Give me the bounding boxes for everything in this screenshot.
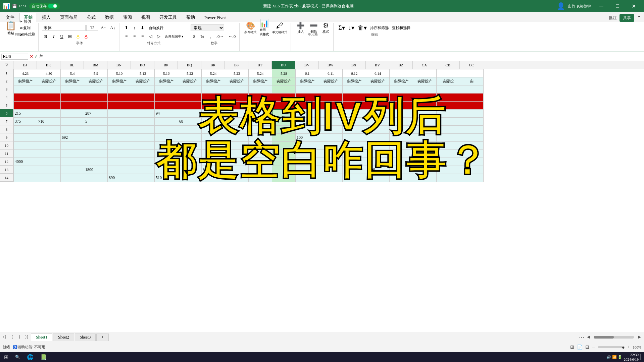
cell-BP14[interactable]: 510 bbox=[155, 174, 178, 182]
row-header-4[interactable]: 4 bbox=[0, 93, 13, 101]
close-button[interactable]: ✕ bbox=[626, 1, 641, 11]
cell-BL1[interactable]: 5.4 bbox=[61, 69, 84, 77]
zoom-increase-button[interactable]: + bbox=[627, 345, 630, 350]
quick-access-save[interactable]: 💾 bbox=[12, 4, 17, 9]
decrease-decimal-button[interactable]: ←.0 bbox=[227, 33, 238, 40]
cell-BM7[interactable]: 5 bbox=[84, 118, 108, 126]
col-header-BQ[interactable]: BQ bbox=[178, 61, 201, 69]
align-left-button[interactable]: ≡ bbox=[123, 33, 130, 40]
excel-taskbar-button[interactable]: 📗 bbox=[38, 353, 50, 361]
col-header-BY[interactable]: BY bbox=[366, 61, 389, 69]
sheet-nav-last[interactable]: ⟩⟩ bbox=[23, 334, 30, 341]
col-header-BS[interactable]: BS bbox=[225, 61, 248, 69]
cell-BM13[interactable]: 1800 bbox=[84, 166, 108, 174]
col-header-BV[interactable]: BV bbox=[295, 61, 319, 69]
indent-increase-button[interactable]: ▷ bbox=[155, 33, 162, 40]
cell-BJ6[interactable]: 215 bbox=[14, 110, 37, 118]
bold-button[interactable]: B bbox=[42, 33, 49, 40]
ribbon-collapse-button[interactable]: ⌃ bbox=[637, 15, 641, 21]
cell-BK7[interactable]: 710 bbox=[37, 118, 61, 126]
align-middle-button[interactable]: ↕ bbox=[131, 24, 138, 31]
cell-BP6[interactable]: 94 bbox=[155, 110, 178, 118]
cell-BV9[interactable]: 100 bbox=[296, 134, 319, 142]
sheet-tab-sheet3[interactable]: Sheet3 bbox=[75, 334, 96, 341]
sheet-options-button[interactable]: ⋯ bbox=[579, 334, 584, 340]
cell-CA2[interactable]: 实际投产 bbox=[413, 77, 437, 85]
tab-view[interactable]: 视图 bbox=[137, 13, 154, 22]
cell-BM2[interactable]: 实际投产 bbox=[84, 77, 108, 85]
row-header-14[interactable]: 14 bbox=[0, 174, 13, 182]
cell-BS1[interactable]: 5.23 bbox=[225, 69, 249, 77]
font-color-button[interactable]: A̲ bbox=[82, 33, 90, 40]
cell-BV1[interactable]: 6.1 bbox=[296, 69, 319, 77]
scroll-left-button[interactable]: ◀ bbox=[585, 334, 592, 341]
col-header-BN[interactable]: BN bbox=[107, 61, 131, 69]
formula-input[interactable] bbox=[44, 54, 643, 59]
tab-review[interactable]: 审阅 bbox=[119, 13, 136, 22]
start-button[interactable]: ⊞ bbox=[1, 353, 11, 361]
tab-data[interactable]: 数据 bbox=[101, 13, 118, 22]
cell-BU11[interactable] bbox=[272, 150, 296, 158]
cell-BR1[interactable]: 5.24 bbox=[202, 69, 225, 77]
cell-BU12[interactable] bbox=[272, 158, 296, 166]
sheet-nav-first[interactable]: ⟨⟨ bbox=[1, 334, 8, 341]
tab-developer[interactable]: 开发工具 bbox=[155, 13, 181, 22]
edge-button[interactable]: 🌐 bbox=[24, 353, 36, 361]
percent-button[interactable]: % bbox=[199, 33, 206, 40]
cell-BU6[interactable] bbox=[272, 110, 296, 118]
cell-CB1[interactable] bbox=[437, 69, 460, 77]
col-header-CA[interactable]: CA bbox=[413, 61, 436, 69]
cell-BQ1[interactable]: 5.22 bbox=[178, 69, 202, 77]
cell-BY6[interactable]: 157 bbox=[366, 110, 390, 118]
cell-BU1[interactable]: 5.28 bbox=[272, 69, 296, 77]
cell-BU10[interactable] bbox=[272, 142, 296, 150]
col-header-BU[interactable]: BU bbox=[272, 61, 295, 69]
tab-formulas[interactable]: 公式 bbox=[83, 13, 100, 22]
clock[interactable]: 22:30 2024/6/19 bbox=[624, 352, 639, 362]
cell-BQ7[interactable]: 68 bbox=[178, 118, 202, 126]
cell-BX1[interactable]: 6.12 bbox=[343, 69, 366, 77]
font-name-input[interactable] bbox=[42, 25, 86, 31]
cell-BT1[interactable]: 5.24 bbox=[249, 69, 272, 77]
row-header-10[interactable]: 10 bbox=[0, 141, 13, 149]
search-button[interactable]: 🔍 bbox=[12, 354, 23, 360]
row-header-9[interactable]: 9 bbox=[0, 133, 13, 141]
font-size-input[interactable] bbox=[86, 25, 98, 31]
fill-color-button[interactable]: A̲ bbox=[74, 33, 82, 40]
cell-BU4[interactable] bbox=[272, 94, 296, 102]
col-header-BZ[interactable]: BZ bbox=[389, 61, 413, 69]
underline-button[interactable]: U bbox=[58, 33, 65, 40]
cell-BK2[interactable]: 实际投产 bbox=[37, 77, 61, 85]
cell-BU3[interactable] bbox=[272, 85, 296, 94]
italic-button[interactable]: I bbox=[50, 33, 57, 40]
quick-access-redo[interactable]: ↪ bbox=[23, 4, 27, 9]
scroll-right-button[interactable]: ▶ bbox=[636, 334, 643, 341]
cell-BX2[interactable]: 实际投产 bbox=[343, 77, 366, 85]
cell-BR6[interactable]: 13 bbox=[202, 110, 225, 118]
cell-CB2[interactable]: 实际投 bbox=[437, 77, 460, 85]
col-header-BX[interactable]: BX bbox=[342, 61, 366, 69]
cell-BU5[interactable] bbox=[272, 102, 296, 110]
cell-BP1[interactable]: 5.16 bbox=[155, 69, 178, 77]
tab-power-pivot[interactable]: Power Pivot bbox=[200, 13, 230, 22]
comment-button[interactable]: 批注 bbox=[609, 15, 617, 21]
cell-BN14[interactable]: 890 bbox=[108, 174, 131, 182]
autosum-button[interactable]: Σ▾ bbox=[337, 23, 346, 32]
cell-CC1[interactable] bbox=[460, 69, 484, 77]
col-header-CB[interactable]: CB bbox=[436, 61, 460, 69]
col-header-BJ[interactable]: BJ bbox=[13, 61, 37, 69]
normal-view-button[interactable]: ⊞ bbox=[570, 344, 574, 350]
cell-BO1[interactable]: 5.13 bbox=[131, 69, 155, 77]
indent-decrease-button[interactable]: ◁ bbox=[147, 33, 154, 40]
col-header-BM[interactable]: BM bbox=[84, 61, 107, 69]
cell-BO2[interactable]: 实际投产 bbox=[131, 77, 155, 85]
align-center-button[interactable]: ≡ bbox=[131, 33, 138, 40]
accounting-format-button[interactable]: $ bbox=[191, 33, 198, 40]
row-header-8[interactable]: 8 bbox=[0, 125, 13, 133]
cell-name-box[interactable] bbox=[1, 54, 28, 60]
cell-BJ2[interactable]: 实际投产 bbox=[14, 77, 37, 85]
col-header-BO[interactable]: BO bbox=[131, 61, 154, 69]
increase-decimal-button[interactable]: .0→ bbox=[215, 33, 226, 40]
align-top-button[interactable]: ⬆ bbox=[123, 24, 130, 31]
wrap-text-button[interactable]: 自动换行 bbox=[147, 25, 165, 31]
